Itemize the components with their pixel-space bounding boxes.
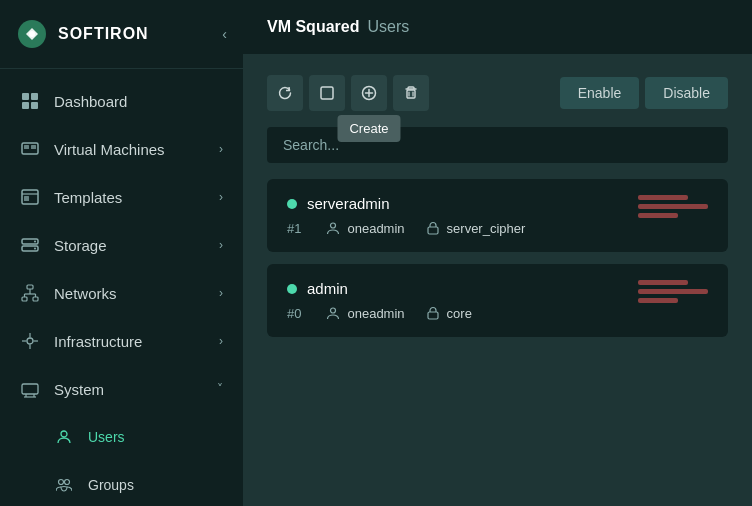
vm-arrow-icon: › [219, 142, 223, 156]
card-bar-6 [638, 298, 678, 303]
main-content-area: VM Squared Users [243, 0, 752, 506]
svg-rect-28 [22, 384, 38, 394]
storage-icon [20, 235, 40, 255]
svg-point-23 [27, 338, 33, 344]
networks-arrow-icon: › [219, 286, 223, 300]
user-group-field-2: core [425, 305, 472, 321]
sidebar-item-networks-label: Networks [54, 285, 205, 302]
status-dot-active-2 [287, 284, 297, 294]
sidebar-item-storage-label: Storage [54, 237, 205, 254]
groups-icon [54, 475, 74, 495]
svg-rect-4 [22, 102, 29, 109]
sidebar-header: SOFTIRON ‹ [0, 0, 243, 69]
create-tooltip: Create [337, 115, 400, 142]
svg-rect-39 [407, 90, 415, 98]
enable-button[interactable]: Enable [560, 77, 640, 109]
sidebar-item-users[interactable]: Users [0, 413, 243, 461]
user-card-admin: admin #0 [267, 264, 728, 337]
create-button[interactable] [351, 75, 387, 111]
svg-point-34 [65, 480, 70, 485]
user-header-2: admin [287, 280, 638, 297]
sidebar-item-system-label: System [54, 381, 203, 398]
sidebar-item-users-label: Users [88, 429, 223, 445]
sidebar: SOFTIRON ‹ Dashboard [0, 0, 243, 506]
user-group-value-2: core [447, 306, 472, 321]
user-id-2: #0 [287, 306, 301, 321]
search-bar [267, 127, 728, 163]
card-right-bars [638, 195, 708, 218]
user-card-left-2: admin #0 [287, 280, 638, 321]
lock-icon [425, 220, 441, 236]
sidebar-item-infrastructure-label: Infrastructure [54, 333, 205, 350]
sidebar-item-system[interactable]: System ˅ [0, 365, 243, 413]
user-fields-2: oneadmin core [325, 305, 471, 321]
user-name-2: admin [307, 280, 638, 297]
sidebar-logo: SOFTIRON [16, 18, 149, 50]
lock-icon-2 [425, 305, 441, 321]
svg-point-15 [34, 248, 36, 250]
infrastructure-icon [20, 331, 40, 351]
main-header: VM Squared Users [243, 0, 752, 55]
svg-rect-16 [27, 285, 33, 289]
user-owner-value-2: oneadmin [347, 306, 404, 321]
sidebar-collapse-button[interactable]: ‹ [222, 26, 227, 42]
sidebar-item-templates-label: Templates [54, 189, 205, 206]
owner-icon [325, 220, 341, 236]
toolbar: Create Enable Disable [267, 75, 728, 111]
search-input[interactable] [267, 127, 728, 163]
svg-rect-3 [31, 93, 38, 100]
create-button-wrapper: Create [351, 75, 387, 111]
svg-rect-18 [33, 297, 38, 301]
svg-rect-11 [24, 196, 29, 201]
card-bar-3 [638, 213, 678, 218]
system-arrow-icon: ˅ [217, 382, 223, 396]
logo-text: SOFTIRON [58, 25, 149, 43]
svg-rect-7 [24, 145, 29, 149]
dashboard-icon [20, 91, 40, 111]
svg-rect-2 [22, 93, 29, 100]
user-meta: #1 oneadmin [287, 220, 638, 236]
templates-arrow-icon: › [219, 190, 223, 204]
delete-button[interactable] [393, 75, 429, 111]
main-content: Create Enable Disable [243, 55, 752, 506]
user-card-inner-2: admin #0 [287, 280, 708, 321]
storage-arrow-icon: › [219, 238, 223, 252]
select-all-button[interactable] [309, 75, 345, 111]
sidebar-item-templates[interactable]: Templates › [0, 173, 243, 221]
user-id: #1 [287, 221, 301, 236]
svg-rect-35 [321, 87, 333, 99]
sidebar-nav: Dashboard Virtual Machines › [0, 69, 243, 506]
sidebar-item-networks[interactable]: Networks › [0, 269, 243, 317]
svg-point-33 [59, 480, 64, 485]
sidebar-item-dashboard[interactable]: Dashboard [0, 77, 243, 125]
page-title: Users [367, 18, 409, 36]
user-owner-field-2: oneadmin [325, 305, 404, 321]
sidebar-item-virtual-machines[interactable]: Virtual Machines › [0, 125, 243, 173]
user-group-value: server_cipher [447, 221, 526, 236]
users-icon [54, 427, 74, 447]
infrastructure-arrow-icon: › [219, 334, 223, 348]
sidebar-item-storage[interactable]: Storage › [0, 221, 243, 269]
sidebar-item-infrastructure[interactable]: Infrastructure › [0, 317, 243, 365]
card-bar-2 [638, 204, 708, 209]
svg-point-32 [61, 431, 67, 437]
card-right-bars-2 [638, 280, 708, 303]
svg-rect-8 [31, 145, 36, 149]
user-name: serveradmin [307, 195, 638, 212]
sidebar-item-groups[interactable]: Groups [0, 461, 243, 506]
status-dot-active [287, 199, 297, 209]
disable-button[interactable]: Disable [645, 77, 728, 109]
logo-icon [16, 18, 48, 50]
svg-rect-45 [428, 312, 438, 319]
user-group-field: server_cipher [425, 220, 526, 236]
user-card-left: serveradmin #1 [287, 195, 638, 236]
user-fields: oneadmin server_cipher [325, 220, 525, 236]
user-meta-2: #0 oneadmin [287, 305, 638, 321]
card-bar-4 [638, 280, 688, 285]
refresh-button[interactable] [267, 75, 303, 111]
card-bar-1 [638, 195, 688, 200]
app-name: VM Squared [267, 18, 359, 36]
sidebar-item-groups-label: Groups [88, 477, 223, 493]
svg-rect-17 [22, 297, 27, 301]
svg-point-42 [331, 223, 336, 228]
